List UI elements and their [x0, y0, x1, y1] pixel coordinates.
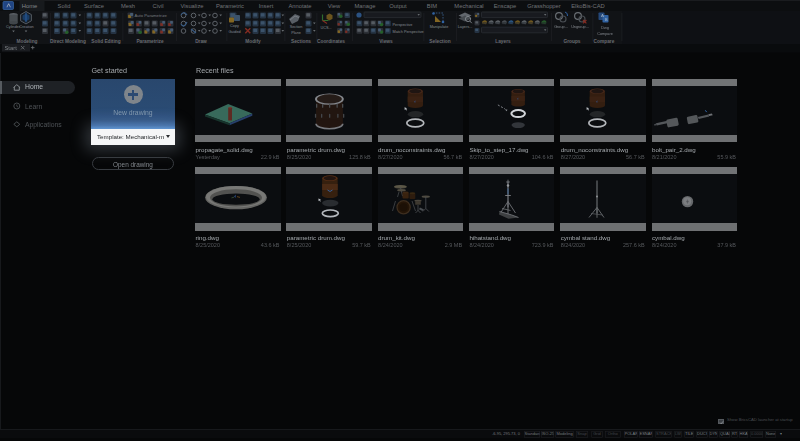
svg-text:B: B	[605, 17, 608, 22]
svg-text:Enscape: Enscape	[494, 3, 517, 9]
svg-text:Solid Editing: Solid Editing	[91, 39, 120, 44]
svg-text:Perspective: Perspective	[393, 23, 413, 27]
svg-text:ElkoBis-CAD: ElkoBis-CAD	[571, 3, 605, 9]
svg-text:Layers...: Layers...	[458, 25, 473, 29]
svg-text:Selection: Selection	[429, 39, 450, 44]
svg-text:Mechanical: Mechanical	[454, 3, 483, 9]
svg-text:Civil: Civil	[153, 3, 164, 9]
svg-text:Compare: Compare	[594, 39, 615, 44]
svg-text:Sections: Sections	[291, 39, 311, 44]
svg-text:Views: Views	[379, 39, 393, 44]
svg-text:Mesh: Mesh	[121, 3, 135, 9]
svg-text:Modify: Modify	[245, 39, 261, 44]
svg-text:Plane: Plane	[291, 31, 301, 35]
svg-text:Guided: Guided	[228, 30, 240, 34]
svg-text:Parametric: Parametric	[216, 3, 244, 9]
svg-text:BIM: BIM	[427, 3, 437, 9]
svg-text:Ungroup...: Ungroup...	[571, 25, 589, 29]
svg-text:Surface: Surface	[84, 3, 104, 9]
svg-text:Start: Start	[5, 45, 18, 51]
svg-text:Draw: Draw	[195, 39, 207, 44]
svg-text:Parametrize: Parametrize	[136, 39, 164, 44]
svg-text:Modeling: Modeling	[16, 39, 37, 44]
svg-text:Output: Output	[389, 3, 407, 9]
svg-text:Groups: Groups	[563, 39, 580, 44]
svg-text:Dwg: Dwg	[601, 26, 609, 30]
svg-text:View: View	[328, 3, 341, 9]
svg-text:Visualize: Visualize	[180, 3, 203, 9]
svg-text:Copy: Copy	[230, 24, 239, 28]
svg-text:Insert: Insert	[259, 3, 274, 9]
svg-text:Home: Home	[22, 3, 37, 9]
svg-text:Match Perspective: Match Perspective	[393, 30, 424, 34]
svg-text:Manipulate: Manipulate	[430, 25, 449, 29]
svg-text:UCS...: UCS...	[320, 26, 331, 30]
svg-text:Coordinates: Coordinates	[317, 39, 345, 44]
svg-text:Annotate: Annotate	[288, 3, 311, 9]
svg-text:Compare: Compare	[597, 32, 613, 36]
svg-text:Solid: Solid	[58, 3, 71, 9]
svg-text:Manage: Manage	[355, 3, 376, 9]
svg-text:Direct Modeling: Direct Modeling	[50, 39, 86, 44]
svg-text:Grasshopper: Grasshopper	[527, 3, 561, 9]
svg-text:Layers: Layers	[495, 39, 511, 44]
svg-text:Auto Parametrize: Auto Parametrize	[135, 13, 168, 18]
svg-text:Section: Section	[290, 25, 303, 29]
svg-text:A: A	[601, 13, 604, 18]
svg-text:Creation: Creation	[19, 25, 33, 29]
svg-text:Group...: Group...	[554, 25, 568, 29]
